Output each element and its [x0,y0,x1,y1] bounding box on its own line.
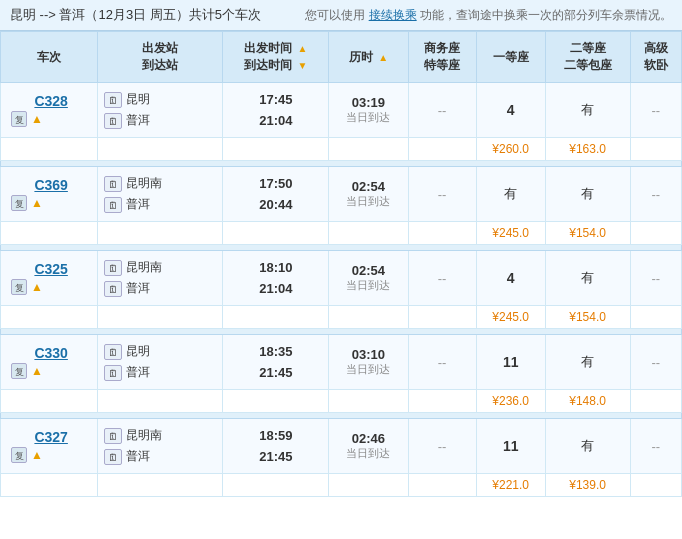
station-cell: 🗓昆明🗓普洱 [98,83,223,138]
second-price[interactable]: ¥154.0 [545,306,630,329]
train-number-link[interactable]: C327 [34,429,67,445]
arrive-time: 21:04 [229,281,322,296]
col-business: 商务座 特等座 [408,32,476,83]
price-empty-1 [1,474,98,497]
highsoft-price [630,138,682,161]
business-price [408,390,476,413]
time-cell: 17:4521:04 [223,83,329,138]
second-price[interactable]: ¥154.0 [545,222,630,245]
duration-sub: 当日到达 [335,110,401,125]
high-soft-seat: -- [630,167,682,222]
highsoft-price [630,222,682,245]
price-empty-3 [223,138,329,161]
train-number-cell: C369复▲ [1,167,98,222]
first-price[interactable]: ¥260.0 [476,138,545,161]
price-empty-1 [1,138,98,161]
station-icon: 🗓 [104,281,122,297]
time-cell: 18:5921:45 [223,419,329,474]
price-empty-2 [98,474,223,497]
train-number-link[interactable]: C328 [34,93,67,109]
copy-icon[interactable]: 复 [11,111,27,127]
route-text: 昆明 --> 普洱（12月3日 周五）共计5个车次 [10,7,261,22]
time-cell: 17:5020:44 [223,167,329,222]
business-seat: -- [408,335,476,390]
col-duration: 历时 ▲ [329,32,408,83]
from-station: 昆明南 [126,259,162,276]
second-class-seat: 有 [545,167,630,222]
copy-icon[interactable]: 复 [11,195,27,211]
second-price[interactable]: ¥139.0 [545,474,630,497]
table-header: 车次 出发站 到达站 出发时间 ▲ 到达时间 ▼ 历时 ▲ 商务座 特等座 一等… [1,32,682,83]
sort-icon-time[interactable]: ▲ [298,43,308,54]
copy-icon[interactable]: 复 [11,279,27,295]
train-number-link[interactable]: C325 [34,261,67,277]
up-arrow-icon[interactable]: ▲ [31,280,43,294]
price-empty-3 [223,306,329,329]
first-price[interactable]: ¥245.0 [476,306,545,329]
price-empty-2 [98,138,223,161]
price-empty-2 [98,306,223,329]
up-arrow-icon[interactable]: ▲ [31,196,43,210]
up-arrow-icon[interactable]: ▲ [31,112,43,126]
station-icon: 🗓 [104,176,122,192]
first-class-seat: 4 [476,83,545,138]
col-train: 车次 [1,32,98,83]
station-icon: 🗓 [104,449,122,465]
table-row: C369复▲🗓昆明南🗓普洱17:5020:4402:54当日到达--有有-- [1,167,682,222]
from-station: 昆明 [126,343,150,360]
duration-cell: 03:19当日到达 [329,83,408,138]
business-seat: -- [408,83,476,138]
depart-time: 17:50 [229,176,322,191]
first-class-seat: 有 [476,167,545,222]
table-row: C328复▲🗓昆明🗓普洱17:4521:0403:19当日到达--4有-- [1,83,682,138]
first-price[interactable]: ¥236.0 [476,390,545,413]
copy-icon[interactable]: 复 [11,447,27,463]
up-arrow-icon[interactable]: ▲ [31,364,43,378]
depart-time: 18:59 [229,428,322,443]
to-station: 普洱 [126,196,150,213]
depart-time: 17:45 [229,92,322,107]
duration-sub: 当日到达 [335,278,401,293]
first-price[interactable]: ¥245.0 [476,222,545,245]
price-empty-4 [329,390,408,413]
duration-cell: 02:46当日到达 [329,419,408,474]
time-cell: 18:1021:04 [223,251,329,306]
price-empty-4 [329,222,408,245]
duration-main: 02:46 [335,431,401,446]
duration-sub: 当日到达 [335,446,401,461]
station-icon: 🗓 [104,365,122,381]
from-station: 昆明 [126,91,150,108]
duration-main: 02:54 [335,263,401,278]
price-row: ¥260.0 ¥163.0 [1,138,682,161]
sort-icon-arrive[interactable]: ▼ [298,60,308,71]
to-station: 普洱 [126,280,150,297]
station-icon: 🗓 [104,428,122,444]
high-soft-seat: -- [630,83,682,138]
copy-icon[interactable]: 复 [11,363,27,379]
table-row: C327复▲🗓昆明南🗓普洱18:5921:4502:46当日到达--11有-- [1,419,682,474]
second-price[interactable]: ¥148.0 [545,390,630,413]
transfer-link[interactable]: 接续换乘 [369,8,417,22]
route-info: 昆明 --> 普洱（12月3日 周五）共计5个车次 [10,6,261,24]
business-seat: -- [408,419,476,474]
train-number-link[interactable]: C369 [34,177,67,193]
time-cell: 18:3521:45 [223,335,329,390]
col-station: 出发站 到达站 [98,32,223,83]
col-first: 一等座 [476,32,545,83]
second-class-seat: 有 [545,419,630,474]
price-empty-4 [329,138,408,161]
station-cell: 🗓昆明南🗓普洱 [98,251,223,306]
highsoft-price [630,474,682,497]
sort-icon-duration[interactable]: ▲ [378,52,388,63]
up-arrow-icon[interactable]: ▲ [31,448,43,462]
second-price[interactable]: ¥163.0 [545,138,630,161]
second-class-seat: 有 [545,83,630,138]
station-cell: 🗓昆明南🗓普洱 [98,419,223,474]
col-second: 二等座 二等包座 [545,32,630,83]
station-icon: 🗓 [104,197,122,213]
station-cell: 🗓昆明南🗓普洱 [98,167,223,222]
first-price[interactable]: ¥221.0 [476,474,545,497]
train-number-link[interactable]: C330 [34,345,67,361]
duration-sub: 当日到达 [335,194,401,209]
station-icon: 🗓 [104,344,122,360]
